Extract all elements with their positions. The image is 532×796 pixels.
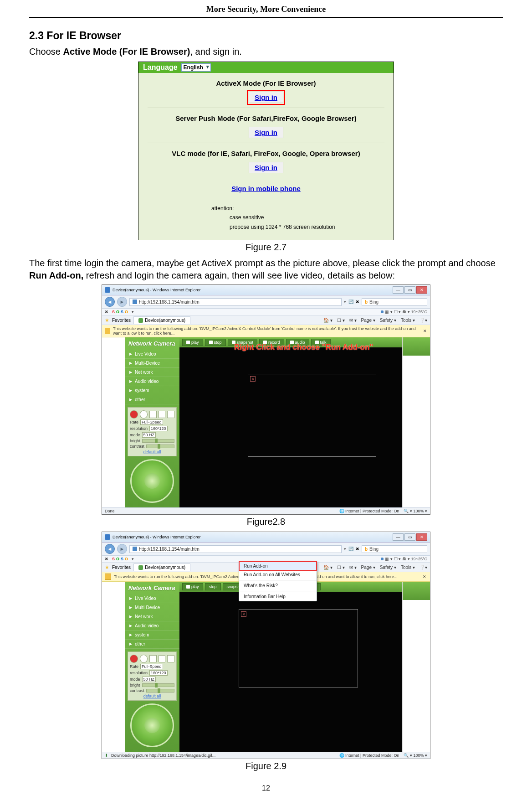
rate-select[interactable]: Full-Speed [140, 664, 163, 669]
attention-line-2: propose using 1024 * 768 screen resoluti… [230, 222, 394, 232]
menu-tools[interactable]: Tools ▾ [401, 565, 415, 570]
side-network[interactable]: Net work [125, 368, 179, 377]
signin-mobile-link[interactable]: Sign in mobile phone [231, 185, 301, 192]
signin-activex-button[interactable]: Sign in [249, 92, 283, 103]
close-button[interactable]: ✕ [416, 533, 427, 541]
side-network[interactable]: Net work [125, 612, 179, 621]
ctx-whats-risk[interactable]: What's the Risk? [239, 581, 317, 590]
bright-slider[interactable] [142, 439, 174, 443]
side-audio-video[interactable]: Audio video [125, 621, 179, 631]
side-multi-device[interactable]: Multi-Device [125, 603, 179, 612]
ie-status-bar: Done 🌐 Internet | Protected Mode: On 🔍 ▾… [102, 507, 430, 514]
camera-app-body: Network Camera Live Video Multi-Device N… [102, 337, 430, 507]
minimize-button[interactable]: — [393, 533, 404, 541]
attention-block: attention: case sensitive propose using … [211, 204, 394, 232]
minimize-button[interactable]: — [393, 286, 404, 294]
intro-pre: Choose [29, 47, 63, 57]
menu-page[interactable]: Page ▾ [361, 318, 375, 323]
url-input[interactable]: http://192.168.1.154/main.htm [129, 545, 342, 553]
ie-icon [105, 534, 110, 540]
maximize-button[interactable]: ▭ [404, 286, 415, 294]
side-system[interactable]: system [125, 631, 179, 640]
mode-select[interactable]: 50 HZ [142, 677, 156, 682]
signin-vlc-button[interactable]: Sign in [249, 162, 283, 173]
maximize-button[interactable]: ▭ [404, 533, 415, 541]
camera-main: play stop snapshot record audio talk Rig… [179, 337, 430, 507]
url-input[interactable]: http://192.168.1.154/main.htm [129, 298, 342, 306]
ctx-info-help[interactable]: Information Bar Help [239, 592, 317, 601]
close-button[interactable]: ✕ [416, 286, 427, 294]
browser-tab[interactable]: Device(anonymous) [133, 316, 190, 324]
favorites-label[interactable]: Favorites [112, 565, 131, 570]
stop-button[interactable]: stop [205, 339, 226, 346]
stop-button[interactable]: stop [205, 583, 221, 590]
favorites-icon[interactable]: ★ [105, 564, 109, 570]
ie-titlebar: Device(anonymous) - Windows Internet Exp… [102, 285, 430, 295]
control-block-2: RateFull-Speed resolution160*120 mode50 … [128, 651, 177, 701]
status-mode: Internet | Protected Mode: On [345, 509, 399, 513]
ptz-dial[interactable] [130, 459, 174, 503]
menu-safety[interactable]: Safety ▾ [380, 565, 396, 570]
default-all-link[interactable]: default all [130, 450, 174, 454]
warning-close-icon[interactable]: ✕ [423, 328, 427, 334]
resolution-select[interactable]: 160*120 [149, 426, 168, 431]
search-input[interactable]: bBing [362, 298, 427, 306]
activex-warning-bar[interactable]: This website wants to run the following … [102, 325, 430, 337]
para2-a: The first time login the camera, maybe g… [29, 258, 496, 268]
back-button[interactable]: ◄ [105, 297, 115, 307]
bing-icon: b [365, 300, 368, 305]
side-other[interactable]: other [125, 640, 179, 649]
side-audio-video[interactable]: Audio video [125, 377, 179, 386]
bright-slider[interactable] [142, 683, 174, 687]
side-multi-device[interactable]: Multi-Device [125, 359, 179, 368]
grid-1-icon[interactable] [149, 411, 157, 418]
menu-safety[interactable]: Safety ▾ [380, 318, 396, 323]
grid-2-icon[interactable] [159, 411, 166, 418]
grid-3-icon[interactable] [167, 411, 174, 418]
menu-page[interactable]: Page ▾ [361, 565, 375, 570]
ie-status-bar-2: ⬇ Downloading picture http://192.168.1.1… [102, 752, 430, 759]
search-placeholder: Bing [369, 300, 379, 305]
side-live-video[interactable]: Live Video [125, 594, 179, 603]
language-select[interactable]: English [181, 63, 211, 72]
contrast-slider[interactable] [146, 689, 174, 693]
language-bar: Language English [138, 62, 394, 73]
paragraph-2: The first time login the camera, maybe g… [29, 257, 503, 282]
play-button[interactable]: play [182, 339, 203, 346]
ptz-dial[interactable] [130, 703, 174, 747]
mode-select[interactable]: 50 HZ [142, 432, 156, 438]
side-other[interactable]: other [125, 395, 179, 404]
browser-tab[interactable]: Device(anonymous) [133, 563, 190, 571]
menu-tools[interactable]: Tools ▾ [401, 318, 415, 323]
camera-main-2: play stop snapshot record audio talk ✕ [179, 582, 430, 752]
ctx-run-addon[interactable]: Run Add-on [239, 562, 317, 570]
camera-brand: Network Camera [125, 584, 179, 594]
ctx-run-all[interactable]: Run Add-on on All Websites [239, 570, 317, 579]
status-done: Done [105, 509, 115, 513]
figure-2-8: Device(anonymous) - Windows Internet Exp… [102, 284, 430, 515]
forward-button[interactable]: ► [117, 544, 127, 554]
default-all-link[interactable]: default all [130, 694, 174, 698]
warning-close-icon[interactable]: ✕ [422, 574, 427, 579]
ie-bookmark-bar: ✖ SOSO ▾ ▦ ▾☐ ▾🖶 ▾19~25°C [102, 309, 430, 315]
favorites-label[interactable]: Favorites [112, 318, 131, 323]
favorites-icon[interactable]: ★ [105, 317, 109, 323]
resolution-select[interactable]: 160*120 [149, 670, 168, 676]
search-input[interactable]: bBing [362, 545, 427, 553]
signin-serverpush-button[interactable]: Sign in [249, 127, 283, 138]
activex-mode-title: ActiveX Mode (For IE Browser) [148, 79, 384, 87]
attention-label: attention: [211, 204, 394, 213]
zoom-level[interactable]: 100% [413, 753, 424, 758]
back-button[interactable]: ◄ [105, 544, 115, 554]
activex-warning-bar-2[interactable]: This website wants to run the following … [102, 572, 430, 582]
zoom-level[interactable]: 100% [413, 509, 424, 513]
play-button[interactable]: play [182, 583, 203, 590]
forward-button[interactable]: ► [117, 297, 127, 307]
weather-temp: 19~25°C [411, 310, 427, 314]
side-system[interactable]: system [125, 386, 179, 395]
rate-select[interactable]: Full-Speed [140, 419, 163, 425]
ie-address-bar-2: ◄ ► http://192.168.1.154/main.htm ▾🔄✖ bB… [102, 543, 430, 556]
activex-warning-text: This website wants to run the following … [113, 326, 420, 336]
contrast-slider[interactable] [146, 445, 174, 448]
side-live-video[interactable]: Live Video [125, 350, 179, 359]
